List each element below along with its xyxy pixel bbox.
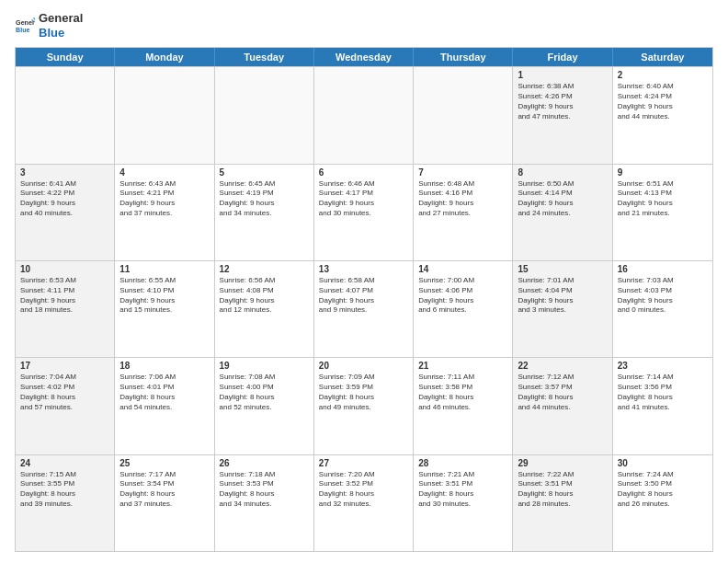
day-info: Sunrise: 7:21 AM Sunset: 3:51 PM Dayligh… [418,470,507,510]
calendar-row-1: 3Sunrise: 6:41 AM Sunset: 4:22 PM Daylig… [16,164,712,260]
logo-general: General [39,11,83,26]
header-day-sunday: Sunday [16,48,115,66]
day-number: 3 [20,167,109,178]
cal-cell-19: 19Sunrise: 7:08 AM Sunset: 4:00 PM Dayli… [215,358,314,454]
day-number: 23 [618,361,708,371]
day-number: 28 [418,458,507,468]
day-number: 1 [518,70,607,80]
day-number: 15 [518,264,607,274]
cal-cell-17: 17Sunrise: 7:04 AM Sunset: 4:02 PM Dayli… [16,358,115,454]
header-day-tuesday: Tuesday [215,48,314,66]
calendar-row-0: 1Sunrise: 6:38 AM Sunset: 4:26 PM Daylig… [16,66,712,163]
calendar: SundayMondayTuesdayWednesdayThursdayFrid… [15,47,713,552]
day-info: Sunrise: 7:03 AM Sunset: 4:03 PM Dayligh… [618,276,708,316]
calendar-row-2: 10Sunrise: 6:53 AM Sunset: 4:11 PM Dayli… [16,260,712,357]
cal-cell-12: 12Sunrise: 6:56 AM Sunset: 4:08 PM Dayli… [215,261,314,357]
day-info: Sunrise: 6:56 AM Sunset: 4:08 PM Dayligh… [220,276,309,316]
cal-cell-21: 21Sunrise: 7:11 AM Sunset: 3:58 PM Dayli… [414,358,513,454]
cal-cell-25: 25Sunrise: 7:17 AM Sunset: 3:54 PM Dayli… [115,455,214,551]
cal-cell-empty [414,67,513,163]
day-info: Sunrise: 6:53 AM Sunset: 4:11 PM Dayligh… [20,276,109,316]
day-info: Sunrise: 7:20 AM Sunset: 3:52 PM Dayligh… [319,470,408,510]
day-info: Sunrise: 7:15 AM Sunset: 3:55 PM Dayligh… [20,470,109,510]
cal-cell-empty [16,67,115,163]
day-info: Sunrise: 7:09 AM Sunset: 3:59 PM Dayligh… [319,373,408,412]
day-number: 27 [319,458,408,468]
day-number: 26 [220,458,309,468]
cal-cell-7: 7Sunrise: 6:48 AM Sunset: 4:16 PM Daylig… [414,165,513,260]
cal-cell-27: 27Sunrise: 7:20 AM Sunset: 3:52 PM Dayli… [314,455,414,551]
cal-cell-9: 9Sunrise: 6:51 AM Sunset: 4:13 PM Daylig… [613,165,712,260]
header-day-thursday: Thursday [414,48,513,66]
day-info: Sunrise: 7:06 AM Sunset: 4:01 PM Dayligh… [119,373,209,412]
day-number: 18 [119,361,209,371]
svg-text:Blue: Blue [16,26,30,33]
cal-cell-8: 8Sunrise: 6:50 AM Sunset: 4:14 PM Daylig… [513,165,612,260]
day-info: Sunrise: 6:46 AM Sunset: 4:17 PM Dayligh… [319,179,408,219]
day-info: Sunrise: 6:48 AM Sunset: 4:16 PM Dayligh… [418,179,507,219]
day-number: 9 [618,167,708,178]
calendar-body: 1Sunrise: 6:38 AM Sunset: 4:26 PM Daylig… [16,66,712,551]
day-number: 7 [418,167,507,178]
header-day-friday: Friday [513,48,612,66]
day-info: Sunrise: 7:00 AM Sunset: 4:06 PM Dayligh… [418,276,507,316]
day-info: Sunrise: 6:55 AM Sunset: 4:10 PM Dayligh… [119,276,209,316]
cal-cell-24: 24Sunrise: 7:15 AM Sunset: 3:55 PM Dayli… [16,455,115,551]
day-info: Sunrise: 6:40 AM Sunset: 4:24 PM Dayligh… [618,82,708,121]
cal-cell-16: 16Sunrise: 7:03 AM Sunset: 4:03 PM Dayli… [613,261,712,357]
cal-cell-20: 20Sunrise: 7:09 AM Sunset: 3:59 PM Dayli… [314,358,414,454]
day-info: Sunrise: 6:45 AM Sunset: 4:19 PM Dayligh… [220,179,309,219]
cal-cell-29: 29Sunrise: 7:22 AM Sunset: 3:51 PM Dayli… [513,455,612,551]
day-number: 12 [220,264,309,274]
day-info: Sunrise: 7:04 AM Sunset: 4:02 PM Dayligh… [20,373,109,412]
day-number: 21 [418,361,507,371]
day-number: 16 [618,264,708,274]
day-number: 8 [518,167,607,178]
day-number: 4 [119,167,209,178]
cal-cell-2: 2Sunrise: 6:40 AM Sunset: 4:24 PM Daylig… [613,67,712,163]
cal-cell-23: 23Sunrise: 7:14 AM Sunset: 3:56 PM Dayli… [613,358,712,454]
day-number: 14 [418,264,507,274]
cal-cell-4: 4Sunrise: 6:43 AM Sunset: 4:21 PM Daylig… [115,165,214,260]
day-number: 13 [319,264,408,274]
cal-cell-1: 1Sunrise: 6:38 AM Sunset: 4:26 PM Daylig… [513,67,612,163]
day-info: Sunrise: 6:41 AM Sunset: 4:22 PM Dayligh… [20,179,109,219]
cal-cell-14: 14Sunrise: 7:00 AM Sunset: 4:06 PM Dayli… [414,261,513,357]
day-number: 29 [518,458,607,468]
header-day-wednesday: Wednesday [314,48,414,66]
day-info: Sunrise: 7:11 AM Sunset: 3:58 PM Dayligh… [418,373,507,412]
day-info: Sunrise: 6:58 AM Sunset: 4:07 PM Dayligh… [319,276,408,316]
day-number: 11 [119,264,209,274]
cal-cell-empty [215,67,314,163]
day-number: 5 [220,167,309,178]
day-number: 19 [220,361,309,371]
header: General Blue General Blue [15,11,713,40]
logo-icon: General Blue [15,16,35,36]
day-number: 10 [20,264,109,274]
cal-cell-empty [314,67,414,163]
cal-cell-6: 6Sunrise: 6:46 AM Sunset: 4:17 PM Daylig… [314,165,414,260]
cal-cell-30: 30Sunrise: 7:24 AM Sunset: 3:50 PM Dayli… [613,455,712,551]
day-info: Sunrise: 7:08 AM Sunset: 4:00 PM Dayligh… [220,373,309,412]
day-info: Sunrise: 6:43 AM Sunset: 4:21 PM Dayligh… [119,179,209,219]
day-info: Sunrise: 6:38 AM Sunset: 4:26 PM Dayligh… [518,82,607,121]
logo: General Blue General Blue [15,11,83,40]
day-info: Sunrise: 6:50 AM Sunset: 4:14 PM Dayligh… [518,179,607,219]
day-info: Sunrise: 7:14 AM Sunset: 3:56 PM Dayligh… [618,373,708,412]
header-day-monday: Monday [115,48,214,66]
day-info: Sunrise: 7:22 AM Sunset: 3:51 PM Dayligh… [518,470,607,510]
page: General Blue General Blue SundayMondayTu… [0,0,728,563]
cal-cell-18: 18Sunrise: 7:06 AM Sunset: 4:01 PM Dayli… [115,358,214,454]
day-number: 30 [618,458,708,468]
day-info: Sunrise: 7:12 AM Sunset: 3:57 PM Dayligh… [518,373,607,412]
cal-cell-22: 22Sunrise: 7:12 AM Sunset: 3:57 PM Dayli… [513,358,612,454]
day-number: 20 [319,361,408,371]
cal-cell-28: 28Sunrise: 7:21 AM Sunset: 3:51 PM Dayli… [414,455,513,551]
day-info: Sunrise: 7:17 AM Sunset: 3:54 PM Dayligh… [119,470,209,510]
cal-cell-13: 13Sunrise: 6:58 AM Sunset: 4:07 PM Dayli… [314,261,414,357]
day-info: Sunrise: 6:51 AM Sunset: 4:13 PM Dayligh… [618,179,708,219]
cal-cell-empty [115,67,214,163]
day-number: 17 [20,361,109,371]
logo-blue: Blue [39,26,83,40]
cal-cell-3: 3Sunrise: 6:41 AM Sunset: 4:22 PM Daylig… [16,165,115,260]
